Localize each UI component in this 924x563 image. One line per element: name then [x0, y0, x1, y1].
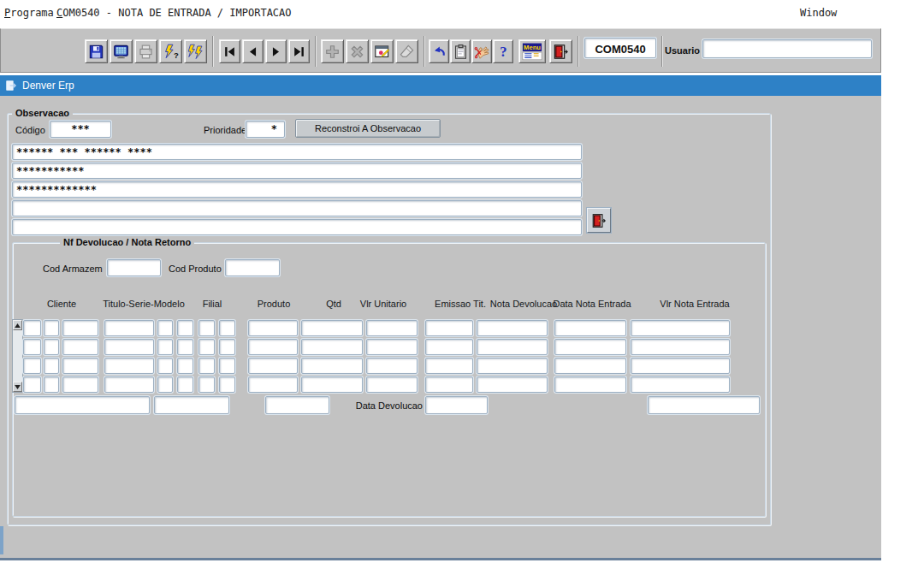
grid-cell-titulo-row-1[interactable]	[104, 320, 154, 336]
grid-cell-nota-devolucao-row-4[interactable]	[477, 376, 548, 393]
grid-cell-cliente-nome-row-2[interactable]	[62, 339, 98, 355]
grid-cell-produto-row-3[interactable]	[248, 358, 298, 374]
grid-cell-filial-loja-row-4[interactable]	[219, 376, 235, 393]
menu-programa[interactable]: Programa	[4, 7, 54, 19]
grid-cell-titulo-row-2[interactable]	[104, 339, 154, 355]
clear-record-button[interactable]	[395, 39, 418, 63]
observacao-line-5[interactable]	[12, 219, 582, 235]
grid-cell-filial-cod-row-3[interactable]	[198, 358, 215, 374]
grid-cell-data-nota-entrada-row-4[interactable]	[554, 376, 626, 393]
grid-cell-qtd-row-4[interactable]	[301, 376, 363, 393]
footer-field-left-2[interactable]	[154, 396, 229, 414]
grid-cell-data-nota-entrada-row-3[interactable]	[554, 358, 626, 374]
count-query-button[interactable]: ?	[159, 39, 182, 63]
footer-field-mid[interactable]	[265, 396, 329, 414]
grid-cell-cliente-cod-row-3[interactable]	[23, 358, 41, 374]
grid-cell-filial-loja-row-3[interactable]	[219, 358, 235, 374]
grid-cell-filial-loja-row-1[interactable]	[219, 320, 235, 336]
menu-button[interactable]: Menu	[518, 39, 546, 63]
print-button[interactable]	[134, 39, 157, 63]
last-record-button[interactable]	[288, 39, 310, 63]
scroll-down-button[interactable]	[13, 382, 22, 392]
grid-cell-data-nota-entrada-row-1[interactable]	[554, 320, 626, 336]
grid-cell-serie-row-1[interactable]	[157, 320, 173, 336]
grid-cell-qtd-row-2[interactable]	[301, 339, 363, 355]
grid-scrollbar[interactable]	[12, 319, 23, 393]
grid-cell-emissao-tit-row-4[interactable]	[425, 376, 473, 393]
help-button[interactable]: ?	[493, 39, 513, 63]
first-record-button[interactable]	[219, 39, 240, 63]
grid-cell-cliente-nome-row-4[interactable]	[62, 376, 98, 393]
prioridade-input[interactable]: *	[246, 121, 285, 138]
delete-record-button[interactable]	[346, 39, 369, 63]
clipboard-button[interactable]	[450, 39, 471, 63]
grid-cell-produto-row-1[interactable]	[248, 320, 298, 336]
footer-field-left-1[interactable]	[15, 396, 150, 414]
grid-cell-filial-cod-row-4[interactable]	[198, 376, 215, 393]
save-button[interactable]	[85, 39, 108, 63]
cod-produto-input[interactable]	[225, 259, 280, 276]
grid-cell-vlr-unitario-row-4[interactable]	[366, 376, 418, 393]
grid-cell-cliente-loja-row-3[interactable]	[44, 358, 59, 374]
grid-cell-serie-row-3[interactable]	[157, 358, 173, 374]
grid-cell-vlr-unitario-row-2[interactable]	[366, 339, 418, 355]
grid-cell-nota-devolucao-row-3[interactable]	[477, 358, 548, 374]
cut-button[interactable]	[471, 39, 492, 63]
grid-cell-emissao-tit-row-1[interactable]	[425, 320, 473, 336]
grid-cell-modelo-row-3[interactable]	[177, 358, 193, 374]
edit-window-button[interactable]	[370, 39, 394, 63]
grid-cell-vlr-nota-entrada-row-1[interactable]	[631, 320, 730, 336]
codigo-input[interactable]: ***	[50, 121, 111, 138]
observacao-line-4[interactable]	[12, 200, 582, 216]
usuario-input[interactable]	[702, 39, 872, 58]
exit-button[interactable]	[549, 39, 572, 63]
observacao-line-3[interactable]: *************	[12, 181, 582, 198]
screen-button[interactable]	[110, 39, 133, 63]
program-code-field[interactable]: COM0540	[584, 38, 656, 58]
grid-cell-cliente-cod-row-4[interactable]	[23, 376, 41, 393]
grid-cell-titulo-row-3[interactable]	[104, 358, 154, 374]
grid-cell-modelo-row-2[interactable]	[177, 339, 193, 355]
grid-cell-vlr-nota-entrada-row-2[interactable]	[631, 339, 730, 355]
grid-cell-cliente-nome-row-1[interactable]	[62, 320, 98, 336]
grid-cell-cliente-cod-row-1[interactable]	[23, 320, 41, 336]
grid-cell-vlr-unitario-row-3[interactable]	[366, 358, 418, 374]
previous-record-button[interactable]	[242, 39, 264, 63]
grid-cell-qtd-row-1[interactable]	[301, 320, 363, 336]
grid-cell-filial-cod-row-1[interactable]	[198, 320, 215, 336]
grid-cell-produto-row-4[interactable]	[248, 376, 298, 393]
execute-query-button[interactable]	[184, 39, 207, 63]
undo-button[interactable]	[429, 39, 449, 63]
grid-cell-vlr-unitario-row-1[interactable]	[366, 320, 418, 336]
grid-cell-cliente-loja-row-2[interactable]	[44, 339, 59, 355]
grid-cell-filial-loja-row-2[interactable]	[219, 339, 235, 355]
observacao-line-2[interactable]: ***********	[12, 163, 582, 179]
grid-cell-data-nota-entrada-row-2[interactable]	[554, 339, 626, 355]
grid-cell-nota-devolucao-row-2[interactable]	[477, 339, 548, 355]
grid-cell-vlr-nota-entrada-row-4[interactable]	[631, 376, 730, 393]
grid-cell-serie-row-2[interactable]	[157, 339, 173, 355]
menu-window-title[interactable]: COM0540 - NOTA DE ENTRADA / IMPORTACAO	[56, 7, 292, 19]
grid-cell-emissao-tit-row-2[interactable]	[425, 339, 473, 355]
cod-armazem-input[interactable]	[107, 259, 161, 276]
grid-cell-cliente-cod-row-2[interactable]	[23, 339, 41, 355]
grid-cell-modelo-row-1[interactable]	[177, 320, 193, 336]
next-record-button[interactable]	[265, 39, 287, 63]
grid-cell-titulo-row-4[interactable]	[104, 376, 154, 393]
grid-cell-cliente-loja-row-4[interactable]	[44, 376, 59, 393]
grid-cell-serie-row-4[interactable]	[157, 376, 173, 393]
insert-record-button[interactable]	[321, 39, 344, 63]
grid-cell-cliente-nome-row-3[interactable]	[62, 358, 98, 374]
grid-cell-emissao-tit-row-3[interactable]	[425, 358, 473, 374]
footer-field-right[interactable]	[648, 396, 760, 414]
reconstroi-observacao-button[interactable]: Reconstroi A Observacao	[295, 119, 441, 138]
grid-cell-vlr-nota-entrada-row-3[interactable]	[631, 358, 730, 374]
grid-cell-qtd-row-3[interactable]	[301, 358, 363, 374]
observacao-line-1[interactable]: ****** *** ****** ****	[12, 144, 582, 160]
menu-window[interactable]: Window	[800, 7, 837, 19]
grid-cell-filial-cod-row-2[interactable]	[198, 339, 215, 355]
grid-cell-produto-row-2[interactable]	[248, 339, 298, 355]
scroll-up-button[interactable]	[13, 320, 22, 330]
data-devolucao-input[interactable]	[425, 396, 488, 414]
exit-observacao-button[interactable]	[587, 208, 611, 233]
